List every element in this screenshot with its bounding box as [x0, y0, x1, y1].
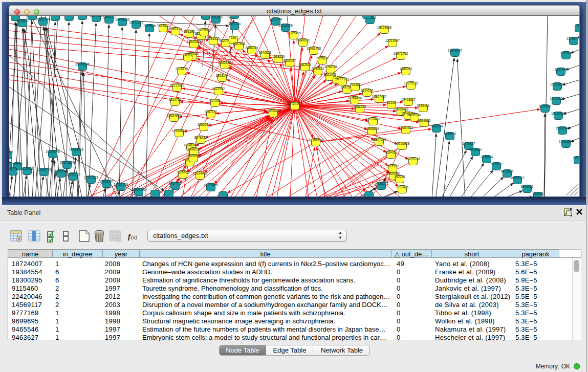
svg-text:1115682: 1115682 [21, 167, 33, 170]
svg-text:10688609: 10688609 [365, 127, 380, 130]
svg-text:15716485: 15716485 [204, 183, 219, 187]
svg-text:3267130: 3267130 [205, 110, 217, 114]
svg-text:16923445: 16923445 [132, 188, 146, 191]
svg-text:10973493: 10973493 [394, 52, 408, 55]
svg-text:5933923: 5933923 [444, 132, 456, 136]
svg-text:2342848: 2342848 [219, 61, 231, 64]
svg-text:1615152: 1615152 [386, 164, 399, 168]
svg-text:7515526: 7515526 [143, 24, 156, 28]
svg-text:7986322: 7986322 [354, 105, 366, 108]
svg-text:16210643: 16210643 [551, 112, 566, 115]
svg-text:746266: 746266 [350, 83, 361, 86]
svg-text:8960124: 8960124 [169, 27, 182, 31]
svg-text:7485063: 7485063 [400, 67, 412, 71]
svg-text:2530025: 2530025 [267, 109, 280, 113]
svg-text:15692991: 15692991 [555, 126, 570, 130]
svg-text:1498222: 1498222 [188, 147, 201, 151]
svg-text:8215958: 8215958 [539, 104, 552, 108]
svg-text:16543362: 16543362 [187, 40, 202, 43]
svg-text:19218506: 19218506 [278, 24, 293, 27]
svg-text:5495764: 5495764 [408, 113, 421, 117]
svg-text:16782759: 16782759 [114, 183, 128, 186]
svg-text:8454749: 8454749 [246, 46, 258, 50]
svg-text:10046746: 10046746 [184, 143, 199, 147]
svg-text:15720407: 15720407 [366, 117, 381, 121]
svg-text:6466160: 6466160 [103, 16, 116, 19]
svg-text:12975115: 12975115 [404, 81, 418, 85]
svg-text:126753: 126753 [573, 156, 580, 160]
svg-text:10807487: 10807487 [372, 95, 387, 98]
svg-text:8990443: 8990443 [312, 67, 324, 71]
svg-text:10025433: 10025433 [394, 107, 409, 111]
svg-text:1112: 1112 [576, 24, 580, 28]
svg-text:16154808: 16154808 [377, 26, 392, 29]
svg-text:924505: 924505 [532, 192, 543, 195]
svg-text:(x): (x) [131, 234, 138, 240]
svg-text:2367608: 2367608 [233, 42, 246, 46]
svg-text:18807249: 18807249 [372, 138, 387, 141]
svg-text:16648784: 16648784 [448, 49, 463, 52]
svg-text:1640954: 1640954 [430, 124, 443, 128]
svg-text:8678332: 8678332 [194, 136, 207, 139]
svg-text:1362615: 1362615 [299, 63, 312, 67]
svg-text:9474444: 9474444 [469, 148, 482, 151]
svg-text:17957223: 17957223 [84, 176, 99, 179]
svg-text:16053809: 16053809 [209, 16, 224, 19]
svg-text:3624554: 3624554 [361, 89, 374, 92]
svg-text:6479197: 6479197 [463, 142, 475, 145]
svg-text:9227342: 9227342 [555, 68, 568, 71]
svg-text:20053346: 20053346 [75, 62, 90, 66]
svg-text:12505135: 12505135 [66, 172, 81, 176]
svg-text:1853287: 1853287 [49, 16, 62, 16]
svg-text:7625402: 7625402 [177, 170, 189, 174]
svg-text:20206576: 20206576 [46, 150, 60, 154]
svg-text:18724007: 18724007 [288, 102, 302, 105]
svg-text:16961758: 16961758 [307, 47, 321, 50]
svg-text:1588520: 1588520 [272, 55, 285, 58]
svg-text:17016504: 17016504 [559, 140, 574, 143]
svg-text:15609934: 15609934 [186, 154, 201, 158]
svg-text:417006: 417006 [209, 99, 221, 102]
svg-text:20691406: 20691406 [36, 17, 51, 21]
svg-text:13560: 13560 [9, 161, 11, 165]
svg-text:14136141: 14136141 [374, 182, 389, 185]
svg-text:2718176: 2718176 [176, 67, 188, 71]
svg-text:891295: 891295 [184, 30, 195, 33]
svg-text:2803144: 2803144 [216, 74, 229, 77]
svg-text:546: 546 [231, 36, 236, 39]
svg-text:12213369: 12213369 [170, 83, 185, 87]
svg-text:8471676: 8471676 [501, 169, 514, 173]
svg-text:9777169: 9777169 [336, 77, 349, 81]
svg-text:8813054: 8813054 [270, 17, 282, 21]
svg-text:30975857: 30975857 [60, 161, 75, 164]
svg-text:19166825: 19166825 [172, 129, 187, 133]
svg-text:16914479: 16914479 [193, 171, 208, 175]
svg-text:193007: 193007 [9, 151, 13, 155]
svg-text:98961: 98961 [183, 53, 192, 57]
svg-text:10719155: 10719155 [115, 18, 130, 21]
svg-text:1405571: 1405571 [16, 19, 29, 23]
svg-text:7632621: 7632621 [490, 162, 503, 166]
svg-text:9329906: 9329906 [560, 51, 573, 55]
svg-text:10654112: 10654112 [510, 176, 525, 180]
svg-text:9084067: 9084067 [385, 150, 398, 154]
svg-text:13226058: 13226058 [197, 28, 212, 32]
svg-text:965061: 965061 [12, 162, 23, 166]
svg-text:13325419: 13325419 [287, 31, 301, 35]
svg-text:1244415: 1244415 [550, 97, 563, 100]
svg-text:7357224: 7357224 [228, 22, 241, 26]
svg-text:12942757: 12942757 [37, 168, 52, 171]
svg-text:9699695: 9699695 [418, 119, 431, 122]
svg-text:10756928: 10756928 [395, 142, 410, 145]
svg-text:252254: 252254 [394, 175, 405, 179]
svg-text:9245052: 9245052 [521, 185, 534, 188]
svg-text:1527602: 1527602 [90, 16, 103, 17]
svg-text:7955812: 7955812 [316, 56, 329, 60]
svg-text:1527602: 1527602 [63, 16, 76, 16]
svg-text:10463627: 10463627 [401, 98, 416, 101]
svg-text:8322037: 8322037 [284, 59, 296, 62]
svg-text:10120746: 10120746 [406, 157, 421, 161]
svg-text:9115460: 9115460 [417, 104, 430, 107]
svg-text:16671355: 16671355 [129, 20, 144, 24]
svg-text:1810755: 1810755 [169, 98, 182, 101]
